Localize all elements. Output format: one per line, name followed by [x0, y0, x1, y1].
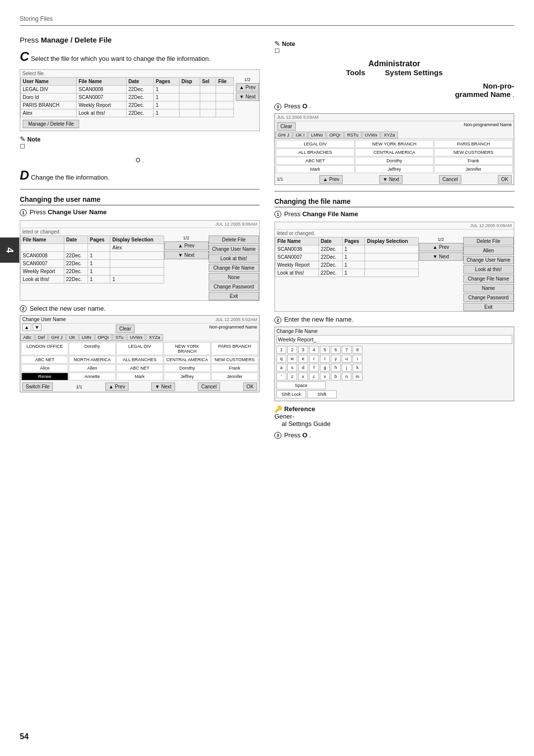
tab-ijki-r[interactable]: IJK I	[293, 132, 308, 139]
kb-key-y[interactable]: y	[331, 355, 341, 363]
kb-key-1[interactable]: 1	[276, 346, 286, 354]
user-cell[interactable]: Jennifer	[211, 373, 258, 380]
user-cell-r[interactable]: Frank	[434, 157, 513, 165]
next-btn2[interactable]: ▼ Next	[164, 251, 209, 259]
tab-def[interactable]: Def	[35, 334, 48, 341]
tab-uvwx[interactable]: UVWx	[127, 334, 146, 341]
kb-key-h[interactable]: h	[331, 364, 341, 372]
ok-btn-right[interactable]: OK	[498, 175, 512, 184]
user-cell-r[interactable]: ALL BRANCHES	[276, 148, 355, 156]
change-pass-btn3[interactable]: Change Password	[463, 293, 514, 302]
kb-key-t[interactable]: t	[320, 355, 330, 363]
kb-key-c[interactable]: c	[309, 373, 319, 380]
change-user-btn[interactable]: Change User Name	[209, 245, 259, 253]
tab-ghij[interactable]: GHI J	[48, 334, 66, 341]
user-cell[interactable]: Dorothy	[69, 342, 116, 355]
kb-key-j[interactable]: j	[342, 364, 352, 372]
delete-file-btn3[interactable]: Delete File	[463, 237, 514, 245]
prev-user-btn-right[interactable]: ▲ Prev	[319, 175, 343, 184]
tab-lmn[interactable]: LMN	[79, 334, 94, 341]
change-user-btn3[interactable]: Change User Name	[463, 256, 514, 264]
ok-btn[interactable]: OK	[243, 382, 257, 391]
tab-rstu-r[interactable]: RSTu	[344, 132, 361, 139]
kb-key-z[interactable]: z	[287, 373, 297, 380]
tab-ijk[interactable]: IJK	[66, 334, 79, 341]
user-cell[interactable]: Mark	[116, 373, 163, 380]
kb-key-u[interactable]: u	[342, 355, 352, 363]
user-cell-r[interactable]: Jennifer	[434, 165, 513, 173]
prev-btn[interactable]: ▲ Prev	[236, 83, 259, 92]
user-cell[interactable]: Jeffrey	[164, 373, 211, 380]
kb-key-r[interactable]: r	[309, 355, 319, 363]
user-cell[interactable]: Alice	[21, 364, 68, 372]
cancel-btn[interactable]: Cancel	[198, 382, 220, 391]
file-name-input[interactable]: Weekly Report_	[276, 335, 512, 344]
user-cell-r[interactable]: Mark	[276, 165, 355, 173]
arrow-down[interactable]: ▼	[33, 324, 42, 331]
user-cell-r[interactable]: CENTRAL AMERICA	[355, 148, 434, 156]
user-cell[interactable]: CENTRAL AMERICA	[164, 356, 211, 364]
tab-opqr-r[interactable]: OPQr	[326, 132, 344, 139]
change-file-btn3[interactable]: Change File Name	[463, 275, 514, 283]
kb-key-5[interactable]: 5	[320, 346, 330, 354]
change-pass-btn[interactable]: Change Password	[209, 283, 259, 291]
kb-key-g[interactable]: g	[320, 364, 330, 372]
manage-delete-btn[interactable]: Manage / Delete File	[23, 120, 79, 128]
kb-space-key[interactable]: Space	[276, 381, 326, 389]
kb-key-apos[interactable]: '	[276, 373, 286, 380]
look-btn[interactable]: Look at this!	[209, 254, 259, 263]
kb-shiftlock-key[interactable]: Shift Lock	[276, 390, 306, 398]
allen-btn[interactable]: Allen	[463, 246, 514, 255]
user-cell[interactable]: ABC NET	[116, 364, 163, 372]
cancel-btn-right[interactable]: Cancel	[439, 175, 461, 184]
delete-file-btn[interactable]: Delete File	[209, 236, 259, 244]
look-btn3[interactable]: Look at this!	[463, 265, 514, 274]
user-cell[interactable]: PARIS BRANCH	[211, 342, 258, 355]
next-btn3[interactable]: ▼ Next	[419, 252, 463, 261]
kb-key-a[interactable]: a	[276, 364, 286, 372]
kb-shift-key[interactable]: Shift	[307, 390, 337, 398]
next-user-btn-right[interactable]: ▼ Next	[379, 175, 402, 184]
kb-key-k[interactable]: k	[353, 364, 362, 372]
arrow-up[interactable]: ▲	[22, 324, 31, 331]
user-cell-r[interactable]: NEW YORK BRANCH	[355, 140, 434, 148]
kb-key-s[interactable]: s	[287, 364, 297, 372]
kb-key-e[interactable]: e	[298, 355, 308, 363]
prev-btn3[interactable]: ▲ Prev	[419, 243, 463, 251]
tab-ghij-r[interactable]: GHI J	[275, 132, 292, 139]
kb-key-i[interactable]: i	[353, 355, 362, 363]
next-btn[interactable]: ▼ Next	[236, 93, 259, 101]
tab-lmno-r[interactable]: LMNo	[308, 132, 326, 139]
kb-key-7[interactable]: 7	[342, 346, 352, 354]
kb-key-w[interactable]: w	[287, 355, 297, 363]
user-cell-r[interactable]: LEGAL DIV	[276, 140, 355, 148]
next-user-btn[interactable]: ▼ Next	[151, 382, 175, 391]
prev-btn2[interactable]: ▲ Prev	[164, 241, 209, 250]
kb-key-3[interactable]: 3	[298, 346, 308, 354]
user-cell-r[interactable]: ABC NET	[276, 157, 355, 165]
switch-file-btn[interactable]: Switch File	[22, 382, 53, 391]
exit-btn3[interactable]: Exit	[463, 303, 514, 311]
user-cell[interactable]: NEW CUSTOMERS	[211, 356, 258, 364]
kb-key-2[interactable]: 2	[287, 346, 297, 354]
kb-key-f[interactable]: f	[309, 364, 319, 372]
tab-stu[interactable]: STu	[113, 334, 127, 341]
tab-opqr[interactable]: OPQr	[95, 334, 112, 341]
tab-xyza-r[interactable]: XYZa	[381, 132, 398, 139]
user-cell[interactable]: Renee	[21, 373, 68, 380]
user-cell[interactable]: Dorothy	[164, 364, 211, 372]
clear-btn-right[interactable]: Clear	[277, 122, 296, 131]
user-cell-r[interactable]: PARIS BRANCH	[434, 140, 513, 148]
user-cell-r[interactable]: Jeffrey	[355, 165, 434, 173]
user-cell[interactable]: NEW YORK BRANCH	[164, 342, 211, 355]
tab-abcdef[interactable]: ABc	[20, 334, 35, 341]
kb-key-d[interactable]: d	[298, 364, 308, 372]
user-cell[interactable]: LEGAL DIV	[116, 342, 163, 355]
user-cell[interactable]: Annette	[69, 373, 116, 380]
change-file-btn[interactable]: Change File Name	[209, 264, 259, 272]
user-cell[interactable]: ALL BRANCHES	[116, 356, 163, 364]
kb-key-q[interactable]: q	[276, 355, 286, 363]
tab-xyza[interactable]: XYZa	[146, 334, 163, 341]
kb-key-x[interactable]: x	[298, 373, 308, 380]
kb-key-v[interactable]: v	[320, 373, 330, 380]
